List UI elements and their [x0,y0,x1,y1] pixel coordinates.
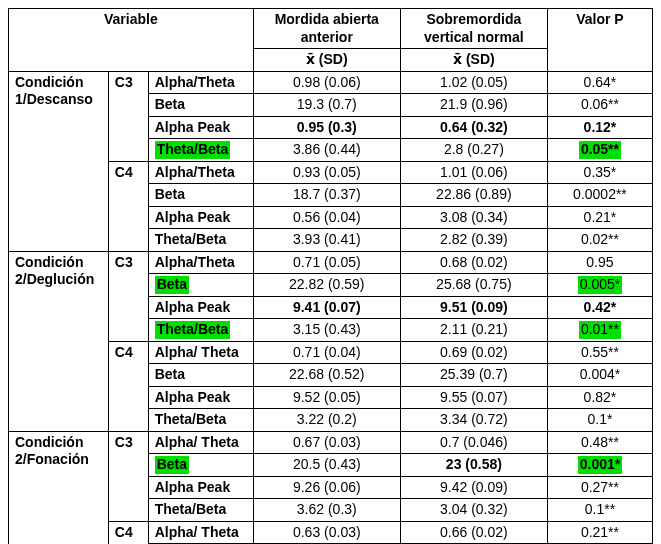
pvalue-cell: 0.82* [547,386,652,409]
value1-cell: 0.67 (0.03) [253,431,400,454]
value2-cell: 3.04 (0.32) [400,499,547,522]
metric-cell: Alpha Peak [148,206,253,229]
pvalue-cell: 0.35* [547,161,652,184]
metric-cell: Alpha Peak [148,386,253,409]
value1-cell: 0.98 (0.06) [253,71,400,94]
value2-cell: 3.08 (0.34) [400,206,547,229]
value1-cell: 0.71 (0.04) [253,341,400,364]
metric-cell: Beta [148,454,253,477]
value2-cell: 1.01 (0.06) [400,161,547,184]
value1-cell: 22.68 (0.52) [253,364,400,387]
pvalue-cell: 0.42* [547,296,652,319]
electrode-cell: C4 [108,521,148,544]
pvalue-cell: 0.12* [547,116,652,139]
pvalue-cell: 0.05** [547,139,652,162]
value2-cell: 23 (0.58) [400,454,547,477]
metric-cell: Alpha Peak [148,116,253,139]
metric-cell: Beta [148,184,253,207]
pvalue-cell: 0.06** [547,94,652,117]
stats-table: Variable Mordida abierta anterior Sobrem… [8,8,653,544]
metric-cell: Theta/Beta [148,319,253,342]
pvalue-cell: 0.001* [547,454,652,477]
value1-cell: 3.62 (0.3) [253,499,400,522]
value2-cell: 2.8 (0.27) [400,139,547,162]
metric-cell: Theta/Beta [148,139,253,162]
value1-cell: 9.26 (0.06) [253,476,400,499]
value1-cell: 0.56 (0.04) [253,206,400,229]
electrode-cell: C3 [108,251,148,341]
value1-cell: 19.3 (0.7) [253,94,400,117]
metric-cell: Theta/Beta [148,229,253,252]
pvalue-cell: 0.005* [547,274,652,297]
condition-cell: Condición 2/Deglución [9,251,109,431]
header-stat1: x̄ (SD) [253,49,400,72]
value2-cell: 21.9 (0.96) [400,94,547,117]
pvalue-cell: 0.02** [547,229,652,252]
metric-cell: Theta/Beta [148,409,253,432]
pvalue-cell: 0.01** [547,319,652,342]
value1-cell: 3.22 (0.2) [253,409,400,432]
value1-cell: 3.15 (0.43) [253,319,400,342]
value2-cell: 22.86 (0.89) [400,184,547,207]
header-stat2: x̄ (SD) [400,49,547,72]
table-row: Condición 1/DescansoC3Alpha/Theta0.98 (0… [9,71,653,94]
pvalue-cell: 0.64* [547,71,652,94]
condition-cell: Condición 2/Fonación [9,431,109,544]
table-row: Condición 2/DegluciónC3Alpha/Theta0.71 (… [9,251,653,274]
metric-cell: Alpha/ Theta [148,431,253,454]
pvalue-cell: 0.95 [547,251,652,274]
value1-cell: 18.7 (0.37) [253,184,400,207]
pvalue-cell: 0.004* [547,364,652,387]
metric-cell: Alpha/Theta [148,161,253,184]
metric-cell: Theta/Beta [148,499,253,522]
metric-cell: Alpha Peak [148,476,253,499]
electrode-cell: C4 [108,341,148,431]
electrode-cell: C4 [108,161,148,251]
metric-cell: Alpha Peak [148,296,253,319]
header-group2: Sobremordida vertical normal [400,9,547,49]
value2-cell: 2.11 (0.21) [400,319,547,342]
header-pvalue: Valor P [547,9,652,72]
electrode-cell: C3 [108,431,148,521]
header-variable: Variable [9,9,254,72]
value2-cell: 3.34 (0.72) [400,409,547,432]
pvalue-cell: 0.1** [547,499,652,522]
value2-cell: 9.55 (0.07) [400,386,547,409]
value1-cell: 3.86 (0.44) [253,139,400,162]
condition-cell: Condición 1/Descanso [9,71,109,251]
metric-cell: Alpha/Theta [148,71,253,94]
metric-cell: Alpha/ Theta [148,341,253,364]
value2-cell: 25.68 (0.75) [400,274,547,297]
header-group1: Mordida abierta anterior [253,9,400,49]
value2-cell: 0.69 (0.02) [400,341,547,364]
pvalue-cell: 0.48** [547,431,652,454]
metric-cell: Alpha/ Theta [148,521,253,544]
metric-cell: Beta [148,364,253,387]
value2-cell: 9.42 (0.09) [400,476,547,499]
metric-cell: Beta [148,94,253,117]
value1-cell: 9.52 (0.05) [253,386,400,409]
value2-cell: 25.39 (0.7) [400,364,547,387]
value2-cell: 0.68 (0.02) [400,251,547,274]
value1-cell: 22.82 (0.59) [253,274,400,297]
table-row: Condición 2/FonaciónC3Alpha/ Theta0.67 (… [9,431,653,454]
value2-cell: 0.66 (0.02) [400,521,547,544]
value2-cell: 9.51 (0.09) [400,296,547,319]
pvalue-cell: 0.0002** [547,184,652,207]
value1-cell: 0.93 (0.05) [253,161,400,184]
pvalue-cell: 0.21* [547,206,652,229]
value1-cell: 0.63 (0.03) [253,521,400,544]
pvalue-cell: 0.55** [547,341,652,364]
electrode-cell: C3 [108,71,148,161]
value1-cell: 0.95 (0.3) [253,116,400,139]
pvalue-cell: 0.1* [547,409,652,432]
value2-cell: 2.82 (0.39) [400,229,547,252]
value1-cell: 3.93 (0.41) [253,229,400,252]
metric-cell: Beta [148,274,253,297]
value2-cell: 0.7 (0.046) [400,431,547,454]
value1-cell: 0.71 (0.05) [253,251,400,274]
pvalue-cell: 0.21** [547,521,652,544]
value1-cell: 20.5 (0.43) [253,454,400,477]
value1-cell: 9.41 (0.07) [253,296,400,319]
metric-cell: Alpha/Theta [148,251,253,274]
